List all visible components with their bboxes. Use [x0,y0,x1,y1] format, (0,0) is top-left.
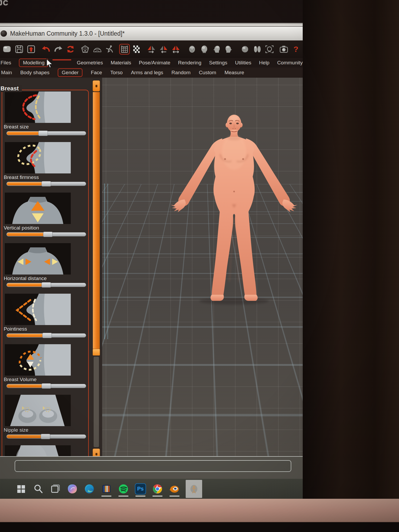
help-icon[interactable]: ? [290,44,301,55]
save-icon[interactable] [14,44,24,55]
undo-icon[interactable] [41,44,51,55]
sub-tab-custom[interactable]: Custom [199,69,216,76]
monitor-top-edge [0,23,303,26]
slider-label: Vertical position [4,225,91,231]
panel-scrollbar[interactable] [93,79,100,455]
slider-handle[interactable] [41,383,51,389]
sub-tab-arms-and-legs[interactable]: Arms and legs [131,69,163,76]
menu-tab-materials[interactable]: Materials [111,59,131,66]
monitor-stand-strip: WUS [0,522,399,532]
human-model[interactable] [170,112,298,309]
slider-track[interactable] [6,232,86,236]
sub-tab-main[interactable]: Main [1,69,12,76]
modifier-thumbnail[interactable] [5,92,71,123]
scroll-up-glyph [95,85,97,87]
bezel-corner-text: JC [0,0,9,7]
title-bar[interactable]: MakeHuman Community 1.3.0 - [Untitled]* [0,27,303,40]
face-camera-icon[interactable] [252,44,263,55]
modifier-thumbnail[interactable] [5,395,71,426]
menu-tab-geometries[interactable]: Geometries [77,59,103,66]
taskbar-makehuman-icon[interactable] [186,480,202,498]
modifier-thumbnail[interactable] [5,142,71,173]
symmetry-right-icon[interactable] [146,44,157,55]
taskbar-copilot-icon[interactable] [66,481,79,497]
wireframe-icon[interactable] [80,44,90,55]
slider-handle[interactable] [43,232,53,237]
smooth-icon[interactable] [92,44,103,55]
taskbar-edge-icon[interactable] [83,481,96,497]
modifier-thumbnail[interactable] [5,344,71,376]
focus-icon[interactable] [264,44,275,55]
slider-track[interactable] [6,131,86,135]
profile-view-icon[interactable] [223,44,234,55]
viewport-3d[interactable] [102,78,303,456]
scrollbar-thumb-cap[interactable] [93,349,100,356]
slider-track[interactable] [6,434,86,439]
global-camera-icon[interactable] [240,44,250,55]
modifier-item-pointiness: Pointiness [0,294,91,338]
modifier-item [0,445,91,456]
taskbar-photos-app-icon[interactable] [100,481,113,497]
modifier-thumbnail[interactable] [5,243,71,275]
redo-icon[interactable] [53,44,64,55]
sub-tab-random[interactable]: Random [172,69,191,76]
taskbar-chrome-icon[interactable] [151,481,164,497]
menu-tab-pose-animate[interactable]: Pose/Animate [139,59,170,66]
taskbar-start-icon[interactable] [15,481,28,497]
new-icon[interactable] [2,44,12,55]
taskbar-search-icon[interactable] [32,481,45,497]
window-title: MakeHuman Community 1.3.0 - [Untitled]* [10,30,125,37]
sub-tabs: MainBody shapesGenderFaceTorsoArms and l… [0,68,303,78]
screenshot-icon[interactable] [279,44,289,55]
slider-track[interactable] [6,283,86,287]
sub-tab-gender[interactable]: Gender [58,68,82,77]
slider-track[interactable] [6,333,86,338]
menu-tab-settings[interactable]: Settings [209,59,227,66]
slider-handle[interactable] [38,131,48,136]
pose-icon[interactable] [104,44,115,55]
scroll-up-button[interactable] [93,80,100,92]
modifier-thumbnail[interactable] [5,193,71,224]
slider-track[interactable] [6,384,86,388]
slider-label: Pointiness [4,326,91,332]
menu-tab-rendering[interactable]: Rendering [178,59,201,66]
scrollbar-track[interactable] [94,357,99,447]
slider-label: Horizontal distance [4,276,91,281]
sub-tab-face[interactable]: Face [91,69,102,76]
sub-tab-torso[interactable]: Torso [110,69,123,76]
menu-tab-files[interactable]: Files [1,59,11,66]
reset-icon[interactable] [65,44,76,55]
taskbar-spotify-icon[interactable] [117,481,130,497]
monitor-bezel-right [303,0,399,532]
load-icon[interactable] [26,44,36,55]
group-title: Breast [0,85,22,92]
menu-tab-community[interactable]: Community [277,59,303,66]
slider-handle[interactable] [41,282,51,288]
side-view-icon[interactable] [211,44,222,55]
symmetry-left-icon[interactable] [158,44,169,55]
menu-tab-modelling[interactable]: Modelling [19,59,48,67]
slider-handle[interactable] [42,333,52,338]
slider-label: Nipple size [4,427,91,433]
taskbar-task-view-icon[interactable] [49,481,62,497]
slider-track[interactable] [6,182,86,186]
sub-tab-body-shapes[interactable]: Body shapes [20,69,49,76]
front-view-icon[interactable] [187,44,198,55]
symmetry-both-icon[interactable] [171,44,181,55]
scrollbar-thumb[interactable] [93,92,100,349]
grid-icon[interactable] [119,44,130,55]
taskbar-photoshop-icon[interactable]: Ps [134,481,147,497]
menu-tab-utilities[interactable]: Utilities [235,59,251,66]
back-view-icon[interactable] [199,44,210,55]
running-indicator [152,496,163,497]
windows-taskbar: Ps [0,479,303,499]
slider-handle[interactable] [41,434,50,439]
modifier-thumbnail[interactable] [5,445,71,456]
slider-handle[interactable] [41,181,51,186]
modifier-thumbnail[interactable] [5,294,71,325]
background-icon[interactable] [131,44,142,55]
slider-fill [7,384,43,388]
menu-tab-help[interactable]: Help [259,59,269,66]
taskbar-blender-icon[interactable] [168,481,181,497]
sub-tab-measure[interactable]: Measure [225,69,244,76]
